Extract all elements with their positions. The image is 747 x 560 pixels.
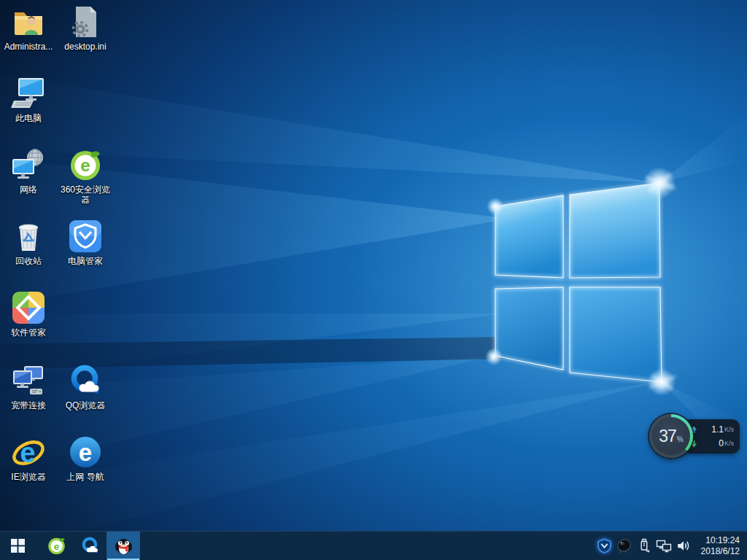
svg-text:e: e [79,439,92,466]
desktop-icon-network[interactable]: 网络 [1,147,56,195]
desktop-icon-software-manager[interactable]: 软件管家 [1,290,56,338]
ethernet-network-icon [656,538,672,553]
broadband-connection-icon [11,363,46,398]
desktop-icon-qq-browser[interactable]: QQ浏览器 [58,363,113,411]
svg-text:e: e [53,541,59,552]
clock-date: 2018/6/12 [701,546,740,557]
desktop-icon-label: 360安全浏览器 [58,184,113,205]
desktop-icon-label: IE浏览器 [1,472,56,482]
desktop: Administra... desktop.ini 此电脑 [0,0,747,560]
taskbar-clock[interactable]: 10:19:24 2018/6/12 [698,535,743,557]
settings-file-icon [68,4,103,39]
desktop-icon-label: QQ浏览器 [58,400,113,411]
desktop-icon-label: Administra... [1,42,56,52]
network-globe-icon [11,147,46,182]
usage-percent: 37 [659,427,676,446]
desktop-icon-recycle-bin[interactable]: 回收站 [1,219,56,266]
desktop-icon-label: 软件管家 [1,327,56,338]
tray-volume-button[interactable] [675,532,692,560]
desktop-icon-ie-browser[interactable]: e IE浏览器 [1,435,56,482]
taskbar: e [0,531,747,560]
software-manager-icon [11,290,46,325]
desktop-icon-label: 电脑管家 [58,256,113,266]
desktop-icon-desktop-ini[interactable]: desktop.ini [58,4,113,52]
tray-network-button[interactable] [655,532,673,560]
pc-manager-shield-icon [597,538,612,553]
svg-text:e: e [80,155,90,175]
net-speed-widget[interactable]: 1.1K/s 0K/s 37 % [649,414,740,459]
memory-usage-ball[interactable]: 37 % [649,414,693,458]
qq-penguin-icon [114,536,133,556]
desktop-icon-label: desktop.ini [58,42,113,52]
taskbar-app-qq-browser[interactable] [73,532,107,560]
desktop-icon-label: 上网 导航 [58,472,113,482]
recycle-bin-icon [11,219,46,254]
upload-speed-value: 1.1 [711,424,724,435]
360-browser-icon: e [68,147,103,182]
desktop-icon-label: 宽带连接 [1,400,56,411]
upload-speed-unit: K/s [724,426,734,433]
usb-device-icon [637,538,651,553]
qq-browser-icon [80,536,100,556]
desktop-icon-pc-manager[interactable]: 电脑管家 [58,219,113,266]
clock-time: 10:19:24 [701,535,740,546]
start-button[interactable] [0,532,35,560]
desktop-icon-label: 回收站 [1,256,56,266]
desktop-icon-label: 网络 [1,184,56,195]
download-speed-row: 0K/s [690,438,734,449]
volume-icon [676,538,691,553]
speaker-dish-icon [616,537,632,554]
desktop-icon-label: 此电脑 [1,113,56,123]
download-speed-value: 0 [719,438,724,448]
desktop-icon-broadband[interactable]: 宽带连接 [1,363,56,411]
svg-text:e: e [20,438,35,468]
desktop-icon-web-navigation[interactable]: e 上网 导航 [58,435,113,482]
computer-icon [11,76,46,111]
user-folder-icon [11,4,46,39]
desktop-icon-this-pc[interactable]: 此电脑 [1,76,56,123]
qq-browser-icon [68,363,103,398]
ie-browser-icon: e [11,435,46,470]
usage-percent-symbol: % [677,435,684,443]
360-browser-icon: e [47,536,66,556]
tray-usb-button[interactable] [635,532,653,560]
desktop-icon-360-browser[interactable]: e 360安全浏览器 [58,147,113,205]
download-speed-unit: K/s [724,440,734,447]
upload-speed-row: 1.1K/s [690,424,734,435]
desktop-icon-administrator-folder[interactable]: Administra... [1,4,56,52]
windows-start-icon [11,539,25,553]
tray-speaker-dish-button[interactable] [616,532,633,560]
navigation-e-icon: e [68,435,103,470]
pc-manager-shield-icon [68,219,103,254]
system-tray: 10:19:24 2018/6/12 [596,532,747,560]
taskbar-app-qq[interactable] [107,532,140,560]
taskbar-app-360-browser[interactable]: e [39,532,73,560]
tray-pc-manager-button[interactable] [596,532,614,560]
